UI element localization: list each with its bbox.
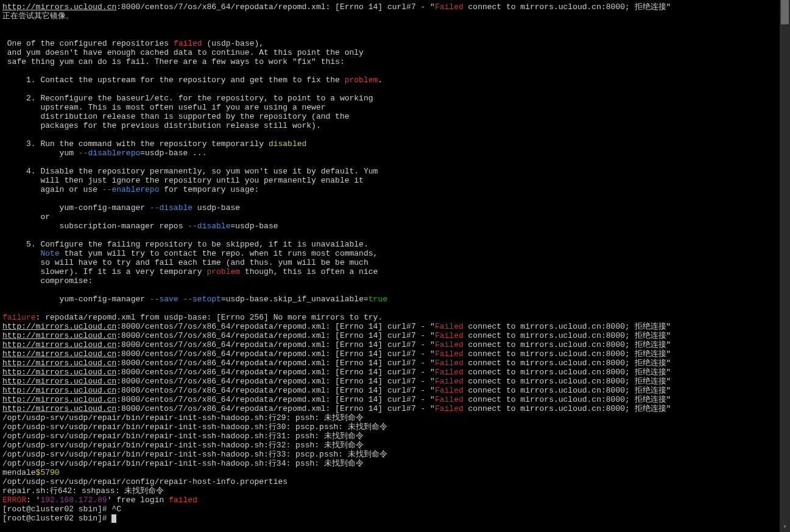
url-link[interactable]: http://mirrors.ucloud.cn — [2, 359, 116, 368]
text: :8000/centos/7/os/x86_64/repodata/repomd… — [116, 386, 435, 395]
text: upstream. This is most often useful if y… — [2, 103, 326, 112]
option-text: --disable — [150, 203, 192, 212]
text: connect to mirrors.ucloud.cn:8000; 拒绝连接" — [464, 2, 671, 12]
text: packages for the previous distribution r… — [2, 121, 321, 130]
text: One of the configured repositories — [2, 39, 174, 48]
url-link[interactable]: http://mirrors.ucloud.cn — [2, 349, 116, 359]
failure-text: failure — [2, 313, 36, 322]
text: :8000/centos/7/os/x86_64/repodata/repomd… — [116, 331, 435, 340]
number-text: $5790 — [36, 468, 60, 477]
text: /opt/usdp-srv/usdp/repair/bin/repair-ini… — [2, 459, 364, 468]
text: connect to mirrors.ucloud.cn:8000; 拒绝连接" — [464, 322, 671, 331]
failed-text: Failed — [435, 395, 464, 404]
url-link[interactable]: http://mirrors.ucloud.cn — [2, 368, 116, 377]
failed-text: Failed — [435, 359, 464, 368]
scrollbar-thumb[interactable] — [781, 0, 789, 24]
text: /opt/usdp-srv/usdp/repair/bin/repair-ini… — [2, 432, 364, 441]
text: 1. Contact the upstream for the reposito… — [2, 75, 345, 85]
failed-text: Failed — [435, 404, 464, 413]
text: subscription-manager repos — [2, 222, 188, 231]
text: 4. Disable the repository permanently, s… — [2, 167, 378, 176]
url-link[interactable]: http://mirrors.ucloud.cn — [2, 322, 116, 331]
prompt: [root@cluster02 sbin]# ^C — [2, 505, 121, 514]
text: will then just ignore the repository unt… — [2, 176, 364, 185]
text: connect to mirrors.ucloud.cn:8000; 拒绝连接" — [464, 386, 671, 395]
url-link[interactable]: http://mirrors.ucloud.cn — [2, 377, 116, 386]
prompt[interactable]: [root@cluster02 sbin]# — [2, 514, 111, 523]
text: :8000/centos/7/os/x86_64/repodata/repomd… — [116, 340, 435, 349]
url-link[interactable]: http://mirrors.ucloud.cn — [2, 404, 116, 413]
problem-text: problem — [206, 267, 240, 276]
text: :8000/centos/7/os/x86_64/repodata/repomd… — [116, 359, 435, 368]
option-text: --setopt — [183, 295, 220, 304]
url-link[interactable]: http://mirrors.ucloud.cn — [2, 340, 116, 349]
text: mendale — [2, 468, 36, 477]
text: :8000/centos/7/os/x86_64/repodata/repomd… — [116, 404, 435, 413]
text: =usdp-base ... — [140, 149, 206, 158]
text: connect to mirrors.ucloud.cn:8000; 拒绝连接" — [464, 331, 671, 340]
text: /opt/usdp-srv/usdp/repair/bin/repair-ini… — [2, 441, 364, 450]
url-link[interactable]: http://mirrors.ucloud.cn — [2, 386, 116, 395]
text: compromise: — [2, 276, 93, 285]
text: :8000/centos/7/os/x86_64/repodata/repomd… — [116, 377, 435, 386]
text: =usdp-base — [230, 222, 278, 231]
text: /opt/usdp-srv/usdp/repair/config/repair-… — [2, 477, 287, 486]
error-label: ERROR — [2, 495, 26, 505]
option-text: --save — [150, 295, 178, 304]
failed-text: Failed — [435, 368, 464, 377]
failed-text: Failed — [435, 386, 464, 395]
option-text: --disable — [188, 222, 230, 231]
text: :8000/centos/7/os/x86_64/repodata/repomd… — [116, 395, 435, 404]
text: slower). If it is a very temporary — [2, 267, 206, 276]
note-text: Note — [40, 249, 59, 258]
url-link[interactable]: http://mirrors.ucloud.cn — [2, 331, 116, 340]
text: (usdp-base), — [202, 39, 264, 48]
text: /opt/usdp-srv/usdp/repair/bin/repair-ini… — [2, 413, 364, 422]
text — [2, 249, 40, 258]
text: connect to mirrors.ucloud.cn:8000; 拒绝连接" — [464, 359, 671, 368]
text: that yum will try to contact the repo. w… — [60, 249, 378, 258]
scrollbar[interactable]: ▾ — [780, 0, 790, 532]
text: yum-config-manager — [2, 203, 150, 212]
text: :8000/centos/7/os/x86_64/repodata/repomd… — [116, 368, 435, 377]
failed-text: Failed — [435, 340, 464, 349]
cursor — [111, 514, 116, 523]
text: connect to mirrors.ucloud.cn:8000; 拒绝连接" — [464, 395, 671, 404]
text: ' free login — [107, 495, 169, 505]
failed-text: Failed — [435, 377, 464, 386]
text: distribution release than is supported b… — [2, 112, 350, 121]
terminal-output[interactable]: http://mirrors.ucloud.cn:8000/centos/7/o… — [0, 0, 785, 532]
text: yum — [2, 149, 79, 158]
failed-text: failed — [169, 495, 197, 505]
text: and yum doesn't have enough cached data … — [2, 48, 364, 57]
text: /opt/usdp-srv/usdp/repair/bin/repair-ini… — [2, 450, 387, 459]
text: so will have to try and fail each time (… — [2, 258, 369, 267]
text: though, this is often a nice — [240, 267, 378, 276]
text: connect to mirrors.ucloud.cn:8000; 拒绝连接" — [464, 404, 671, 413]
disabled-text: disabled — [269, 139, 306, 149]
text: yum-config-manager — [2, 295, 150, 304]
text: 3. Run the command with the repository t… — [2, 139, 269, 149]
text: usdp-base — [192, 203, 240, 212]
text: connect to mirrors.ucloud.cn:8000; 拒绝连接" — [464, 377, 671, 386]
text: 2. Reconfigure the baseurl/etc. for the … — [2, 94, 373, 103]
true-text: true — [369, 295, 387, 304]
text: : repodata/repomd.xml from usdp-base: [E… — [36, 313, 383, 322]
ip-text: 192.168.172.89 — [40, 495, 107, 505]
problem-text: problem — [345, 75, 378, 85]
url-link[interactable]: http://mirrors.ucloud.cn — [2, 2, 116, 12]
text: for temporary usage: — [159, 185, 259, 194]
text: connect to mirrors.ucloud.cn:8000; 拒绝连接" — [464, 368, 671, 377]
text: safe thing yum can do is fail. There are… — [2, 57, 345, 66]
failed-text: failed — [174, 39, 202, 48]
text: :8000/centos/7/os/x86_64/repodata/repomd… — [116, 322, 435, 331]
scroll-down-icon[interactable]: ▾ — [780, 522, 790, 532]
text: . — [378, 75, 383, 85]
url-link[interactable]: http://mirrors.ucloud.cn — [2, 395, 116, 404]
text: connect to mirrors.ucloud.cn:8000; 拒绝连接" — [464, 349, 671, 359]
text: :8000/centos/7/os/x86_64/repodata/repomd… — [116, 349, 435, 359]
text: /opt/usdp-srv/usdp/repair/bin/repair-ini… — [2, 422, 387, 432]
failed-text: Failed — [435, 331, 464, 340]
failed-text: Failed — [435, 349, 464, 359]
text: again or use — [2, 185, 102, 194]
